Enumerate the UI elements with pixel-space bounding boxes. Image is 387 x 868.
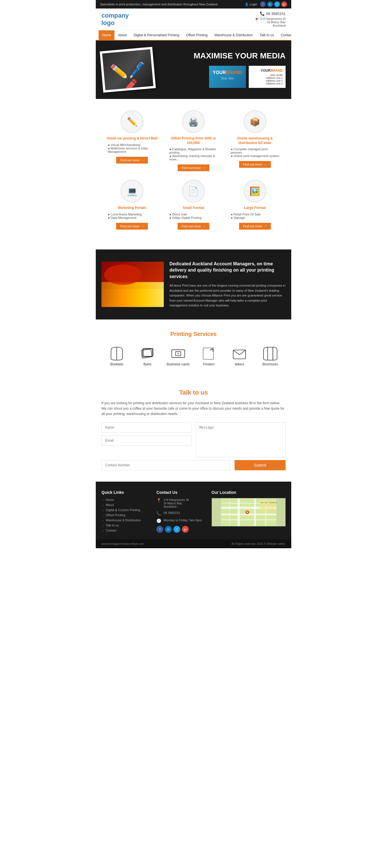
footer-link-contact[interactable]: Contact: [101, 529, 151, 532]
service-item: Visual Merchandising: [108, 143, 156, 147]
nav-item-contact[interactable]: Contact: [277, 30, 291, 40]
submit-button[interactable]: Submit: [234, 460, 286, 470]
logo: company logo: [101, 12, 129, 27]
service-icon-offset: 🖨️: [182, 110, 205, 133]
user-icon: 👤: [245, 3, 249, 6]
top-bar-right: 👤 Login f in t g+: [245, 1, 287, 7]
nav-link-offset[interactable]: Offset Printing: [183, 30, 211, 40]
footer-twitter-icon[interactable]: t: [173, 526, 180, 533]
pencils-image: ✏️🖊️🖍️: [102, 49, 154, 90]
dark-banner-text: Dedicated Auckland Account Managers, on …: [169, 261, 286, 308]
print-icon-posters: Posters: [195, 346, 223, 366]
footer-location: Our Location More Map: [212, 490, 286, 534]
login-button[interactable]: 👤 Login: [245, 3, 257, 6]
find-out-button-4[interactable]: Find out more →: [116, 223, 148, 229]
contact-title: Talk to us: [101, 389, 286, 396]
footer-link-offset[interactable]: Offset Printing: [101, 514, 151, 517]
footer-address-icon: 📍: [156, 498, 161, 503]
footer-social-icons: f in t g+: [156, 526, 206, 533]
twitter-icon[interactable]: t: [274, 1, 280, 7]
svg-rect-15: [237, 498, 240, 526]
dark-banner-title: Dedicated Auckland Account Managers, on …: [169, 261, 286, 280]
footer-address: 📍 3-9 Hargreaves St St Marys Bay Aucklan…: [156, 498, 206, 508]
service-card-small-format: 📄 Small Format Direct mail Indigo Digita…: [168, 180, 219, 229]
facebook-icon[interactable]: f: [260, 1, 266, 7]
footer-link-home[interactable]: Home: [101, 498, 151, 501]
service-item: Data Management: [108, 216, 156, 219]
nav-link-home[interactable]: Home: [99, 30, 115, 40]
header-address: 📍 3-9 Hargreaves St St Marys Bay Aucklan…: [254, 17, 286, 27]
contact-form: [101, 423, 286, 457]
nav-item-about[interactable]: About: [115, 30, 130, 40]
letters-icon: [231, 346, 248, 362]
print-icon-flyers: flyers: [134, 346, 161, 366]
contact-intro: If you are looking for printing and dist…: [101, 401, 286, 417]
svg-text:Map: Map: [265, 502, 267, 503]
nav-link-talk[interactable]: Talk to us: [256, 30, 277, 40]
footer-facebook-icon[interactable]: f: [156, 526, 163, 533]
nav-item-digital[interactable]: Digital & Personalised Printing: [130, 30, 183, 40]
service-icon-marketing: 💻: [121, 180, 143, 203]
footer-map: More Map Satellite Terrain: [212, 498, 286, 526]
svg-rect-19: [221, 519, 276, 521]
service-item: Mailhouse services & Data Management.: [108, 147, 156, 153]
footer-linkedin-icon[interactable]: in: [165, 526, 172, 533]
service-title-offset: Offset Printing Print 1000 or 100,000!: [168, 136, 219, 145]
nav-item-warehouse[interactable]: Warehouse & Distribution: [211, 30, 256, 40]
print-icon-booklets: Booklets: [103, 346, 131, 366]
flyers-icon: [139, 346, 156, 362]
nav-item-offset[interactable]: Offset Printing: [183, 30, 211, 40]
footer-link-digital[interactable]: Digital & Custom Printing: [101, 508, 151, 512]
phone-input[interactable]: [101, 460, 230, 470]
email-input[interactable]: [101, 435, 192, 445]
find-out-button-2[interactable]: Find out more →: [178, 164, 209, 171]
nav-link-digital[interactable]: Digital & Personalised Printing: [130, 30, 183, 40]
svg-text:W: W: [177, 352, 179, 355]
linkedin-icon[interactable]: in: [267, 1, 273, 7]
nav-link-about[interactable]: About: [115, 30, 130, 40]
top-bar-tagline: Specialists in print production, managem…: [100, 3, 218, 6]
hero-card-2: YOURBRAND John Smith Address Line 1 Addr…: [249, 66, 286, 88]
service-item: Indigo Digital Printing: [169, 216, 218, 219]
find-out-button-6[interactable]: Find out more →: [239, 223, 271, 229]
footer-link-warehouse[interactable]: Warehouse & Distribution: [101, 519, 151, 522]
nav-item-talk[interactable]: Talk to us: [256, 30, 277, 40]
hero-photo-frame: ✏️🖊️🖍️: [100, 47, 156, 93]
dark-banner-image: [101, 262, 164, 307]
main-nav: Home About Digital & Personalised Printi…: [96, 30, 291, 40]
service-item: Direct mail: [169, 213, 218, 216]
footer-link-talk[interactable]: Talk to us: [101, 524, 151, 527]
service-icon-small-format: 📄: [182, 180, 205, 203]
nav-item-home[interactable]: Home: [99, 30, 115, 40]
find-out-button-1[interactable]: Find out more →: [116, 157, 148, 163]
footer-contact-title: Contact Us: [156, 490, 206, 495]
svg-rect-18: [229, 498, 230, 526]
nav-link-contact[interactable]: Contact: [277, 30, 291, 40]
footer-clock-icon: 🕐: [156, 519, 161, 523]
find-out-button-5[interactable]: Find out more →: [178, 223, 209, 229]
hero-photo: ✏️🖊️🖍️: [102, 49, 154, 90]
footer-link-about[interactable]: About: [101, 503, 151, 506]
svg-text:More: More: [260, 502, 263, 503]
service-icon-large-format: 🖼️: [244, 180, 266, 203]
footer-grid: Quick Links Home About Digital & Custom …: [101, 490, 286, 534]
nav-link-warehouse[interactable]: Warehouse & Distribution: [211, 30, 256, 40]
form-bottom: Submit: [101, 460, 286, 470]
googleplus-icon[interactable]: g+: [281, 1, 287, 7]
svg-rect-16: [254, 498, 256, 526]
find-out-button-3[interactable]: Find out more →: [239, 161, 271, 168]
service-icon-small-print: ✏️: [121, 110, 143, 133]
footer-quick-links: Quick Links Home About Digital & Custom …: [101, 490, 151, 534]
dark-banner-body: All lance Print have are one of the long…: [169, 283, 286, 308]
print-services-title: Printing Services: [101, 331, 286, 337]
name-input[interactable]: [101, 423, 192, 433]
phone-icon: 📞: [260, 11, 265, 16]
footer-phone-icon: 📞: [156, 511, 161, 516]
footer: Quick Links Home About Digital & Custom …: [96, 482, 291, 548]
footer-googleplus-icon[interactable]: g+: [182, 526, 189, 533]
dark-banner-section: Dedicated Auckland Account Managers, on …: [96, 249, 291, 319]
message-textarea[interactable]: [196, 423, 286, 457]
print-icon-business-cards: W Business cards: [164, 346, 192, 366]
svg-rect-23: [259, 500, 275, 511]
hero-section: ✏️🖊️🖍️ MAXIMISE YOUR MEDIA YOURBRAND Dea…: [96, 40, 291, 99]
